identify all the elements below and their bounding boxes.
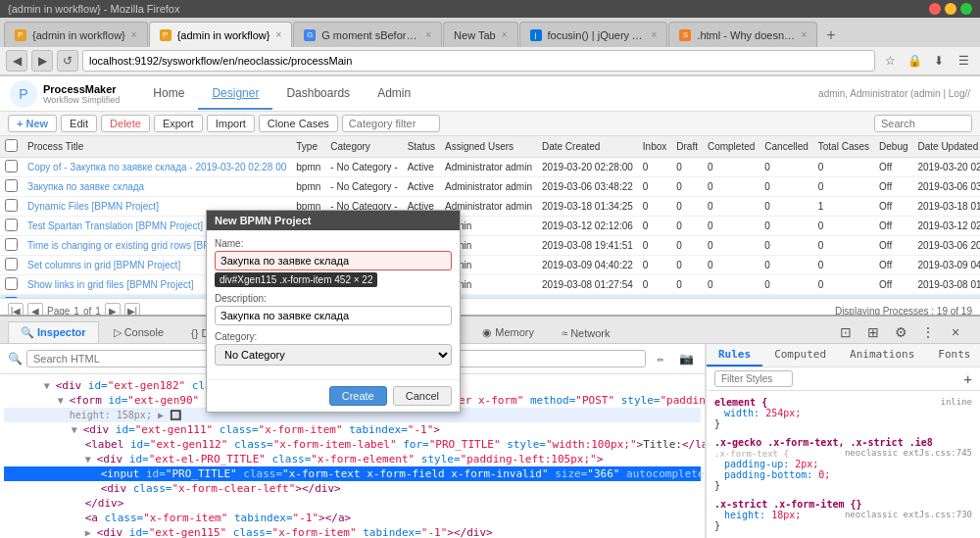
table-row[interactable]: Закупка по заявке склада bpmn - No Categ… [0, 177, 980, 197]
address-input[interactable] [82, 50, 875, 72]
modal-cancel-button[interactable]: Cancel [393, 386, 452, 406]
tab-4-close[interactable]: × [502, 29, 508, 40]
tab-3-close[interactable]: × [425, 29, 431, 40]
row-checkbox-cell [0, 197, 23, 217]
modal-create-button[interactable]: Create [329, 386, 387, 406]
row-date-created: 2019-03-08 19:41:51 [537, 236, 638, 256]
col-checkbox [0, 136, 23, 158]
row-date-created: 2019-03-06 03:48:22 [537, 177, 638, 197]
modal-category-select[interactable]: No Category [215, 344, 452, 366]
row-debug: Off [874, 197, 912, 217]
export-process-button[interactable]: Export [154, 115, 203, 132]
modal-description-label: Description: [215, 293, 452, 304]
row-checkbox-cell [0, 217, 23, 236]
table-row[interactable]: Test Spartan Translation [BPMN Project] … [0, 217, 980, 236]
maximize-window-btn[interactable] [960, 3, 972, 15]
row-checkbox[interactable] [5, 199, 18, 212]
tab-1[interactable]: P {admin in workflow} × [4, 22, 148, 47]
devtools-tab-network[interactable]: ≈ Network [549, 322, 622, 343]
title-bar-text: {admin in workflow} - Mozilla Firefox [8, 3, 179, 15]
col-total: Total Cases [813, 136, 874, 158]
css-tab-computed[interactable]: Computed [762, 344, 838, 367]
row-cancelled: 0 [760, 275, 812, 295]
select-all-checkbox[interactable] [5, 139, 18, 152]
search-input[interactable] [874, 115, 972, 132]
settings-icon[interactable]: ☰ [953, 50, 974, 72]
css-add-button[interactable]: + [964, 371, 972, 387]
clone-cases-button[interactable]: Clone Cases [259, 115, 338, 132]
css-tab-animations[interactable]: Animations [838, 344, 926, 367]
edit-process-button[interactable]: Edit [61, 115, 97, 132]
css-filter-input[interactable] [714, 370, 793, 387]
row-total: 0 [813, 275, 874, 295]
devtools-tab-console[interactable]: ▷ Console [101, 321, 176, 343]
table-row[interactable]: Show links in grid files [BPMN Project] … [0, 275, 980, 295]
forward-button[interactable]: ▶ [31, 50, 53, 72]
table-row[interactable]: Dynamic Files [BPMN Project] bpmn - No C… [0, 197, 980, 217]
tab-6[interactable]: S .html - Why doesn't thi... × [668, 22, 817, 47]
row-checkbox[interactable] [5, 160, 18, 172]
tab-6-close[interactable]: × [801, 29, 807, 40]
devtools-tab-inspector[interactable]: 🔍 Inspector [8, 321, 99, 343]
devtools-settings-icon[interactable]: ⚙ [890, 321, 911, 343]
row-checkbox[interactable] [5, 179, 18, 192]
new-tab-button[interactable]: + [818, 24, 843, 47]
close-window-btn[interactable] [929, 3, 941, 15]
row-users: Administrator admin [440, 158, 537, 177]
reload-button[interactable]: ↺ [57, 50, 78, 72]
import-process-button[interactable]: Import [207, 115, 255, 132]
collapse-arrow-1[interactable]: ▼ [44, 380, 56, 391]
devtools-tab-memory[interactable]: ◉ Memory [469, 321, 547, 343]
devtools-close-icon[interactable]: × [945, 321, 966, 343]
nav-dashboards[interactable]: Dashboards [272, 78, 364, 110]
table-row[interactable]: Set columns in grid [BPMN Project] bpmn … [0, 256, 980, 275]
nav-designer[interactable]: Designer [198, 78, 272, 110]
row-total: 0 [813, 217, 874, 236]
tab-2[interactable]: P {admin in workflow} × [149, 22, 293, 47]
html-screenshot-icon[interactable]: 📷 [675, 348, 697, 369]
row-checkbox[interactable] [5, 238, 18, 251]
new-process-button[interactable]: + New [8, 115, 57, 132]
table-row[interactable]: Copy of - Закупка по заявке склада - 201… [0, 158, 980, 177]
category-filter[interactable] [342, 115, 440, 132]
delete-process-button[interactable]: Delete [101, 115, 150, 132]
row-draft: 0 [671, 236, 703, 256]
row-total: 0 [813, 256, 874, 275]
download-icon[interactable]: ⬇ [928, 50, 950, 72]
collapse-arrow-2[interactable]: ▼ [58, 395, 70, 406]
devtools-overflow-icon[interactable]: ⋮ [917, 321, 939, 343]
css-content: element { inline width: 254px; } .x-geck… [707, 391, 980, 426]
tab-1-close[interactable]: × [131, 29, 137, 40]
row-checkbox[interactable] [5, 258, 18, 270]
row-checkbox[interactable] [5, 297, 18, 298]
html-line-3[interactable]: ▼ <div id="ext-gen111" class="x-form-ite… [4, 422, 701, 426]
tab-2-close[interactable]: × [275, 29, 281, 40]
row-checkbox[interactable] [5, 219, 18, 231]
devtools-dock-icon[interactable]: ⊞ [862, 321, 884, 343]
bookmark-icon[interactable]: ☆ [879, 50, 901, 72]
tab-6-favicon: S [679, 29, 691, 41]
tab-5-close[interactable]: × [652, 29, 658, 40]
back-button[interactable]: ◀ [6, 50, 27, 72]
modal-description-input[interactable] [215, 306, 452, 325]
html-edit-icon[interactable]: ✏ [650, 348, 671, 369]
collapse-arrow-3[interactable]: ▼ [72, 424, 83, 426]
row-debug: Off [874, 177, 912, 197]
shield-icon[interactable]: 🔒 [904, 50, 925, 72]
row-checkbox[interactable] [5, 277, 18, 290]
row-inbox: 0 [638, 197, 671, 217]
tab-5[interactable]: j focusin() | jQuery API ... × [519, 22, 668, 47]
css-tab-fonts[interactable]: Fonts [926, 344, 980, 367]
col-inbox: Inbox [638, 136, 671, 158]
table-row[interactable]: Time is changing or existing grid rows [… [0, 236, 980, 256]
tab-4[interactable]: New Tab × [443, 22, 517, 47]
nav-admin[interactable]: Admin [364, 78, 424, 110]
css-tab-rules[interactable]: Rules [707, 344, 762, 367]
row-date-updated: 2019-03-08 01:38:36 [913, 275, 981, 295]
modal-name-input[interactable] [215, 251, 452, 270]
row-completed: 0 [703, 158, 760, 177]
tab-3[interactable]: G G moment sBefore - Goo... × [293, 22, 442, 47]
minimize-window-btn[interactable] [945, 3, 956, 15]
nav-home[interactable]: Home [139, 78, 198, 110]
devtools-resize-icon[interactable]: ⊡ [835, 321, 857, 343]
